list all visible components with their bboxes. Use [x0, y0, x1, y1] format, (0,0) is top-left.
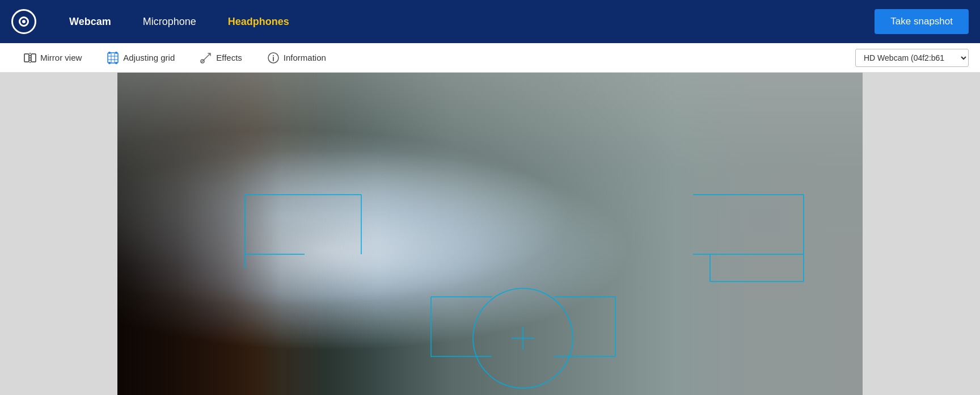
effects-icon [200, 52, 212, 64]
nav-headphones[interactable]: Headphones [212, 0, 305, 43]
adjusting-grid-overlay [117, 73, 863, 395]
svg-rect-1 [31, 54, 36, 62]
effects-label: Effects [216, 53, 242, 62]
sub-toolbar: Mirror view Adjusting grid Eff [0, 43, 980, 73]
svg-point-8 [108, 52, 111, 54]
svg-rect-0 [24, 54, 29, 62]
mirror-view-label: Mirror view [40, 53, 82, 62]
grid-icon [107, 52, 119, 64]
device-selector[interactable]: HD Webcam (04f2:b61 [855, 49, 969, 67]
svg-line-12 [202, 54, 210, 62]
svg-point-9 [115, 52, 117, 54]
adjusting-grid-item[interactable]: Adjusting grid [94, 43, 187, 73]
nav-webcam[interactable]: Webcam [53, 0, 127, 43]
camera-view [117, 73, 863, 395]
svg-point-16 [273, 55, 274, 56]
logo-icon [19, 16, 29, 27]
snapshot-button[interactable]: Take snapshot [875, 9, 969, 34]
top-navbar: Webcam Microphone Headphones Take snapsh… [0, 0, 980, 43]
app-logo [11, 9, 36, 34]
adjusting-grid-label: Adjusting grid [123, 53, 175, 62]
mirror-view-item[interactable]: Mirror view [11, 43, 94, 73]
svg-point-11 [115, 62, 117, 64]
content-area [0, 73, 980, 395]
effects-item[interactable]: Effects [187, 43, 255, 73]
app-container: Webcam Microphone Headphones Take snapsh… [0, 0, 980, 395]
information-item[interactable]: Information [255, 43, 339, 73]
svg-rect-3 [108, 53, 118, 63]
mirror-icon [24, 52, 36, 64]
nav-microphone[interactable]: Microphone [127, 0, 212, 43]
info-icon [267, 52, 280, 64]
svg-point-10 [108, 62, 111, 64]
information-label: Information [284, 53, 326, 62]
